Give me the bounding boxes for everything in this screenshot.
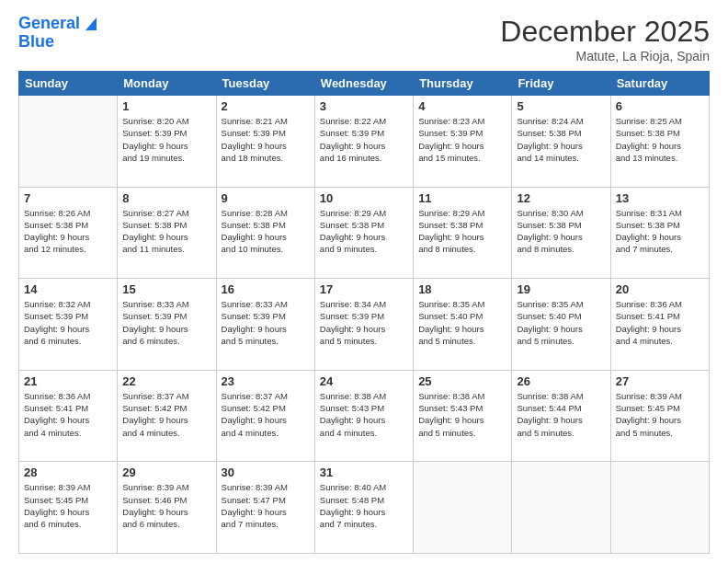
day-info-line: and 5 minutes. (418, 335, 506, 347)
logo-subtext: Blue (18, 33, 54, 52)
day-number: 13 (616, 191, 704, 205)
day-number: 7 (24, 191, 112, 205)
day-info-line: Daylight: 9 hours (24, 323, 112, 335)
day-info: Sunrise: 8:33 AMSunset: 5:39 PMDaylight:… (122, 298, 210, 347)
day-info: Sunrise: 8:29 AMSunset: 5:38 PMDaylight:… (418, 207, 506, 256)
day-info-line: Sunrise: 8:38 AM (418, 390, 506, 402)
day-info-line: Daylight: 9 hours (24, 414, 112, 426)
day-info: Sunrise: 8:38 AMSunset: 5:43 PMDaylight:… (320, 390, 408, 439)
day-info-line: Sunset: 5:41 PM (24, 402, 112, 414)
day-number: 8 (122, 191, 210, 205)
day-info: Sunrise: 8:23 AMSunset: 5:39 PMDaylight:… (418, 115, 506, 164)
day-info-line: and 10 minutes. (222, 243, 310, 255)
day-number: 18 (418, 282, 506, 296)
day-info-line: Sunrise: 8:35 AM (517, 298, 605, 310)
day-info-line: Daylight: 9 hours (122, 506, 210, 518)
day-info-line: Daylight: 9 hours (517, 231, 605, 243)
day-info-line: Sunset: 5:39 PM (24, 310, 112, 322)
day-info: Sunrise: 8:28 AMSunset: 5:38 PMDaylight:… (222, 207, 310, 256)
day-info-line: Sunset: 5:43 PM (320, 402, 408, 414)
day-info-line: Daylight: 9 hours (418, 414, 506, 426)
calendar-cell: 31Sunrise: 8:40 AMSunset: 5:48 PMDayligh… (314, 462, 413, 554)
day-info-line: Daylight: 9 hours (320, 231, 408, 243)
calendar-cell: 5Sunrise: 8:24 AMSunset: 5:38 PMDaylight… (512, 96, 610, 188)
day-info: Sunrise: 8:40 AMSunset: 5:48 PMDaylight:… (320, 481, 408, 530)
day-info-line: Sunset: 5:42 PM (222, 402, 310, 414)
day-number: 10 (320, 191, 408, 205)
day-info: Sunrise: 8:24 AMSunset: 5:38 PMDaylight:… (517, 115, 605, 164)
day-info-line: Sunset: 5:38 PM (418, 219, 506, 231)
day-number: 17 (320, 282, 408, 296)
calendar-cell (512, 462, 610, 554)
calendar-cell: 7Sunrise: 8:26 AMSunset: 5:38 PMDaylight… (19, 187, 118, 279)
day-info-line: Daylight: 9 hours (122, 414, 210, 426)
day-number: 14 (24, 282, 112, 296)
day-info-line: and 5 minutes. (418, 427, 506, 439)
day-number: 6 (616, 99, 704, 113)
day-info: Sunrise: 8:26 AMSunset: 5:38 PMDaylight:… (24, 207, 112, 256)
day-info-line: Daylight: 9 hours (616, 323, 704, 335)
day-info: Sunrise: 8:22 AMSunset: 5:39 PMDaylight:… (320, 115, 408, 164)
day-info: Sunrise: 8:29 AMSunset: 5:38 PMDaylight:… (320, 207, 408, 256)
day-info-line: and 5 minutes. (517, 335, 605, 347)
day-info-line: Sunset: 5:47 PM (222, 494, 310, 506)
calendar-header-row: SundayMondayTuesdayWednesdayThursdayFrid… (19, 72, 710, 96)
calendar-cell: 18Sunrise: 8:35 AMSunset: 5:40 PMDayligh… (414, 279, 512, 371)
day-info-line: Sunset: 5:38 PM (122, 219, 210, 231)
day-info-line: Daylight: 9 hours (320, 323, 408, 335)
calendar-cell: 9Sunrise: 8:28 AMSunset: 5:38 PMDaylight… (216, 187, 314, 279)
day-info-line: and 14 minutes. (517, 152, 605, 164)
day-info: Sunrise: 8:35 AMSunset: 5:40 PMDaylight:… (418, 298, 506, 347)
calendar-cell: 1Sunrise: 8:20 AMSunset: 5:39 PMDaylight… (118, 96, 216, 188)
day-info-line: Sunset: 5:39 PM (122, 310, 210, 322)
calendar-cell: 10Sunrise: 8:29 AMSunset: 5:38 PMDayligh… (314, 187, 413, 279)
day-info-line: Sunset: 5:39 PM (418, 127, 506, 139)
day-info-line: Sunrise: 8:36 AM (616, 298, 704, 310)
logo: General Blue (18, 15, 100, 52)
day-number: 3 (320, 99, 408, 113)
day-info-line: Daylight: 9 hours (418, 140, 506, 152)
day-number: 31 (320, 465, 408, 479)
day-info-line: Daylight: 9 hours (616, 414, 704, 426)
day-info: Sunrise: 8:32 AMSunset: 5:39 PMDaylight:… (24, 298, 112, 347)
day-number: 11 (418, 191, 506, 205)
day-info: Sunrise: 8:37 AMSunset: 5:42 PMDaylight:… (222, 390, 310, 439)
calendar-cell: 6Sunrise: 8:25 AMSunset: 5:38 PMDaylight… (610, 96, 709, 188)
day-number: 20 (616, 282, 704, 296)
day-info-line: and 16 minutes. (320, 152, 408, 164)
day-info: Sunrise: 8:38 AMSunset: 5:44 PMDaylight:… (517, 390, 605, 439)
day-info-line: Sunset: 5:38 PM (517, 127, 605, 139)
day-info-line: Sunset: 5:45 PM (616, 402, 704, 414)
day-info-line: Sunrise: 8:37 AM (222, 390, 310, 402)
day-info-line: and 18 minutes. (222, 152, 310, 164)
day-info-line: Sunrise: 8:34 AM (320, 298, 408, 310)
day-info-line: Sunset: 5:38 PM (24, 219, 112, 231)
day-number: 12 (517, 191, 605, 205)
day-info-line: and 9 minutes. (320, 243, 408, 255)
day-info-line: Sunset: 5:40 PM (418, 310, 506, 322)
day-info-line: Daylight: 9 hours (24, 231, 112, 243)
calendar-cell: 28Sunrise: 8:39 AMSunset: 5:45 PMDayligh… (19, 462, 118, 554)
day-info-line: Daylight: 9 hours (616, 140, 704, 152)
day-info-line: Daylight: 9 hours (222, 323, 310, 335)
day-info-line: Sunrise: 8:25 AM (616, 115, 704, 127)
day-info-line: Daylight: 9 hours (320, 140, 408, 152)
day-info-line: and 6 minutes. (24, 335, 112, 347)
day-info-line: Sunrise: 8:27 AM (122, 207, 210, 219)
day-info-line: Daylight: 9 hours (418, 231, 506, 243)
day-info-line: Daylight: 9 hours (222, 414, 310, 426)
calendar-cell: 23Sunrise: 8:37 AMSunset: 5:42 PMDayligh… (216, 370, 314, 462)
day-info-line: Sunset: 5:46 PM (122, 494, 210, 506)
day-info-line: Sunrise: 8:31 AM (616, 207, 704, 219)
calendar-cell: 16Sunrise: 8:33 AMSunset: 5:39 PMDayligh… (216, 279, 314, 371)
day-number: 24 (320, 374, 408, 388)
calendar-cell (610, 462, 709, 554)
day-info-line: Sunrise: 8:26 AM (24, 207, 112, 219)
location-subtitle: Matute, La Rioja, Spain (500, 49, 710, 63)
calendar-cell: 13Sunrise: 8:31 AMSunset: 5:38 PMDayligh… (610, 187, 709, 279)
calendar-cell: 19Sunrise: 8:35 AMSunset: 5:40 PMDayligh… (512, 279, 610, 371)
day-info-line: Sunset: 5:44 PM (517, 402, 605, 414)
day-info-line: Sunset: 5:39 PM (320, 310, 408, 322)
calendar-cell (414, 462, 512, 554)
calendar-cell: 26Sunrise: 8:38 AMSunset: 5:44 PMDayligh… (512, 370, 610, 462)
